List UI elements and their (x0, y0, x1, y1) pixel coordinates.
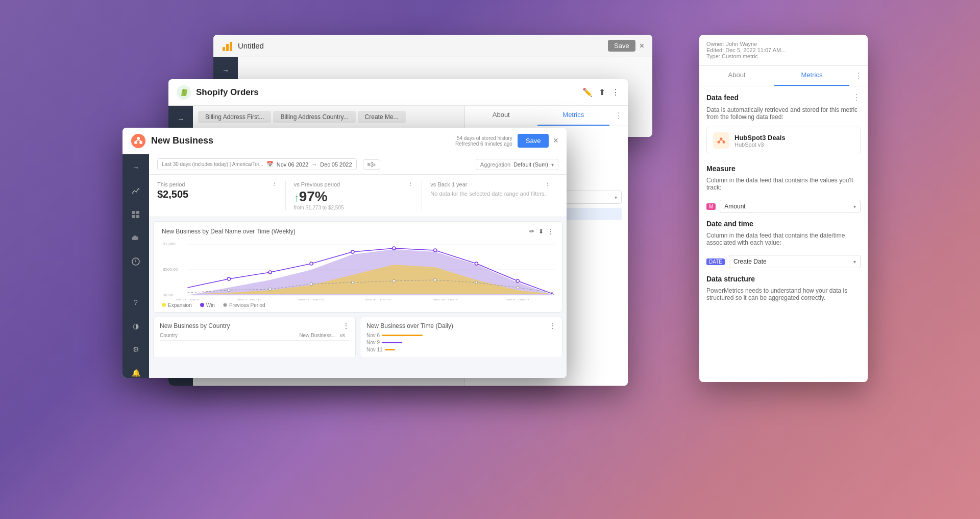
svg-point-35 (475, 281, 478, 284)
shopify-dropdown-chevron (615, 194, 617, 201)
newbiz-main-content: Last 30 days (includes today) | America/… (149, 154, 567, 378)
shopify-tab-billing-first[interactable]: Billing Address First... (198, 111, 271, 123)
filter-button[interactable]: ≡ 3 › (363, 159, 380, 170)
shopify-panel-more[interactable]: ⋮ (609, 106, 628, 126)
data-structure-title: Data structure (706, 275, 861, 283)
shopify-tab-create[interactable]: Create Me... (358, 111, 406, 123)
panel-more-icon[interactable]: ⋮ (849, 66, 868, 86)
date-from: 📅 (266, 161, 274, 168)
svg-point-3 (131, 134, 145, 148)
newbiz-sidebar-bell[interactable]: 🔔 (129, 366, 143, 378)
newbiz-sidebar-compass[interactable] (129, 254, 143, 269)
aggregation-value: Default (Sum) (513, 161, 548, 168)
newbiz-sidebar-gear[interactable]: ⚙ (129, 342, 143, 357)
main-chart-area: $1,000 $500.00 $0.00 (162, 239, 554, 300)
svg-rect-10 (136, 211, 139, 214)
shopify-edit-icon[interactable]: ✏️ (582, 87, 593, 97)
svg-rect-1 (226, 44, 229, 51)
svg-point-29 (228, 289, 230, 292)
bottom-chart-daily: New Business over Time (Daily) ⋮ Nov 6 N… (360, 317, 562, 358)
svg-point-26 (434, 249, 437, 252)
datetime-field-label: DATE (706, 258, 725, 265)
shopify-titlebar: Shopify Orders ✏️ ⬆ ⋮ (168, 79, 628, 106)
main-chart-section: New Business by Deal Name over Time (Wee… (153, 221, 562, 313)
untitled-close-button[interactable]: × (640, 41, 644, 51)
panel-tab-metrics[interactable]: Metrics (774, 66, 849, 86)
shopify-sidebar-arrow[interactable]: → (174, 112, 188, 126)
newbiz-close-button[interactable]: × (553, 135, 558, 146)
shopify-tab-metrics[interactable]: Metrics (537, 106, 610, 126)
datetime-dropdown[interactable]: Create Date (729, 255, 861, 268)
svg-point-27 (475, 262, 478, 265)
newbiz-titlebar: New Business 54 days of stored history R… (122, 128, 567, 154)
datetime-description: Column in the data feed that contains th… (699, 230, 868, 252)
vs-back-more[interactable]: ⋮ (545, 181, 550, 187)
chart-more-icon[interactable]: ⋮ (548, 228, 554, 235)
bottom-charts: New Business by Country ⋮ Country New Bu… (149, 317, 567, 362)
measure-dropdown[interactable]: Amount (720, 200, 861, 213)
svg-point-21 (227, 277, 230, 280)
shopify-share-icon[interactable]: ⬆ (599, 87, 605, 97)
datetime-field-row: DATE Create Date (699, 252, 868, 271)
filter-more: › (374, 161, 376, 168)
svg-text:Nov 7 - Nov 13: Nov 7 - Nov 13 (237, 298, 261, 300)
hubspot-icon (131, 133, 146, 149)
shopify-title: Shopify Orders (196, 87, 582, 98)
newbiz-sidebar-chart[interactable] (129, 184, 143, 198)
data-structure-header: Data structure (699, 271, 868, 285)
aggregation-chevron (551, 161, 554, 168)
svg-text:Oct 31 - Nov 6: Oct 31 - Nov 6 (176, 298, 200, 300)
this-period-more[interactable]: ⋮ (272, 181, 277, 187)
svg-point-4 (137, 137, 140, 140)
date-arrow: → (311, 161, 317, 168)
panel-metrics: Owner: John Wayne Edited: Dec 5, 2022 11… (699, 35, 868, 382)
data-structure-description: PowerMetrics needs to understand how you… (699, 285, 868, 308)
aggregation-selector[interactable]: Aggregation Default (Sum) (476, 159, 558, 170)
data-feed-more[interactable]: ⋮ (852, 92, 861, 102)
bottom-chart-daily-more[interactable]: ⋮ (550, 322, 556, 329)
vs-back-label: vs Back 1 year ⋮ (430, 181, 550, 187)
panel-tab-about[interactable]: About (699, 66, 774, 86)
sidebar-arrow-icon[interactable]: → (218, 63, 233, 78)
svg-text:$0.00: $0.00 (163, 293, 174, 297)
shopify-more-icon[interactable]: ⋮ (611, 87, 620, 97)
window-new-business: New Business 54 days of stored history R… (122, 128, 567, 378)
shopify-tab-billing-country[interactable]: Billing Address Country... (273, 111, 355, 123)
metric-vs-back-1year: vs Back 1 year ⋮ No data for the selecte… (430, 181, 558, 210)
metrics-row: This period ⋮ $2,505 vs Previous period … (149, 175, 567, 217)
shopify-actions: ✏️ ⬆ ⋮ (582, 87, 620, 97)
svg-rect-2 (230, 42, 232, 51)
aggregation-label: Aggregation (480, 161, 510, 168)
svg-rect-11 (132, 215, 135, 218)
main-chart-title: New Business by Deal Name over Time (Wee… (162, 228, 554, 235)
vs-back-no-data: No data for the selected date range and … (430, 191, 550, 197)
date-range-selector[interactable]: Last 30 days (includes today) | America/… (157, 158, 357, 170)
chart-legend: Expansion Win Previous Period (162, 302, 554, 308)
newbiz-sidebar-arrow[interactable]: → (129, 160, 143, 175)
measure-description: Column in the data feed that contains th… (699, 175, 868, 197)
shopify-tab-about[interactable]: About (465, 106, 537, 126)
untitled-title: Untitled (238, 41, 608, 50)
bottom-chart-country-more[interactable]: ⋮ (343, 322, 349, 329)
newbiz-sidebar-question[interactable]: ? (129, 295, 143, 310)
newbiz-title: New Business (151, 135, 455, 146)
chart-download-icon[interactable]: ⬇ (538, 228, 544, 235)
chart-edit-icon[interactable]: ✏ (529, 228, 534, 235)
bottom-chart-country-title: New Business by Country ⋮ (160, 322, 349, 329)
bottom-chart-country: New Business by Country ⋮ Country New Bu… (153, 317, 356, 358)
date-range-label: Last 30 days (includes today) | America/… (162, 161, 263, 167)
svg-line-46 (721, 140, 724, 141)
untitled-save-button[interactable]: Save (608, 40, 635, 52)
svg-text:Nov 14 - Nov 20: Nov 14 - Nov 20 (299, 298, 325, 300)
svg-point-23 (310, 262, 313, 265)
newbiz-save-button[interactable]: Save (518, 134, 549, 148)
chart-actions: ✏ ⬇ ⋮ (529, 228, 554, 235)
feed-info: HubSpot3 Deals HubSpot v3 (734, 134, 786, 148)
vs-previous-more[interactable]: ⋮ (408, 181, 413, 187)
date-to-value: Dec 05 2022 (320, 161, 352, 168)
data-feed-description: Data is automatically retrieved and stor… (699, 104, 868, 127)
newbiz-sidebar-grid[interactable] (129, 207, 143, 222)
newbiz-sidebar-palette[interactable]: ◑ (129, 319, 143, 333)
newbiz-sidebar-cloud[interactable] (129, 231, 143, 245)
svg-rect-9 (132, 211, 135, 214)
